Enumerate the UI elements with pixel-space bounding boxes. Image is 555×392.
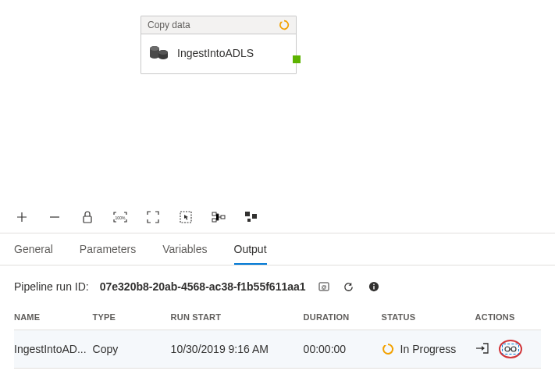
remove-button[interactable] (47, 209, 62, 225)
svg-rect-4 (84, 216, 91, 223)
copy-id-icon[interactable]: @ (317, 280, 331, 294)
svg-point-1 (150, 46, 159, 51)
cell-actions (475, 330, 541, 369)
activity-name: IngestIntoADLS (177, 47, 254, 59)
add-button[interactable] (14, 209, 30, 225)
cell-status: In Progress (382, 330, 475, 369)
activity-header: Copy data (141, 16, 296, 34)
svg-rect-8 (221, 216, 225, 219)
tab-general[interactable]: General (14, 243, 53, 265)
cell-type: Copy (93, 330, 171, 369)
details-highlight-circle (499, 340, 522, 358)
canvas-toolbar: 100% (0, 203, 555, 233)
tab-variables[interactable]: Variables (162, 243, 207, 265)
tab-output[interactable]: Output (234, 243, 267, 265)
svg-point-17 (505, 347, 510, 351)
info-icon[interactable] (367, 280, 381, 294)
svg-text:100%: 100% (116, 216, 126, 220)
zoom-fit-icon[interactable]: 100% (112, 209, 128, 225)
select-icon[interactable] (178, 209, 194, 225)
svg-rect-9 (245, 212, 250, 216)
col-run-start: RUN START (171, 305, 304, 330)
fullscreen-icon[interactable] (145, 209, 161, 225)
cell-run-start: 10/30/2019 9:16 AM (171, 330, 304, 369)
col-type: TYPE (93, 305, 171, 330)
svg-text:@: @ (321, 284, 326, 290)
table-header-row: NAME TYPE RUN START DURATION STATUS ACTI… (14, 305, 541, 330)
input-action-icon[interactable] (475, 343, 489, 356)
svg-rect-10 (252, 214, 257, 219)
svg-rect-11 (247, 219, 251, 222)
run-id-value: 07e320b8-20ab-4568-ac38-f1b55f611aa1 (100, 280, 306, 293)
tab-parameters[interactable]: Parameters (80, 243, 136, 265)
table-row[interactable]: IngestIntoAD... Copy 10/30/2019 9:16 AM … (14, 330, 541, 369)
in-progress-icon (279, 20, 290, 30)
bottom-tabs: General Parameters Variables Output (0, 233, 555, 265)
col-duration: DURATION (304, 305, 382, 330)
lock-icon[interactable] (80, 209, 95, 225)
refresh-icon[interactable] (342, 280, 356, 294)
svg-rect-7 (212, 219, 216, 222)
details-action-icon[interactable] (502, 344, 519, 355)
svg-rect-16 (373, 284, 374, 286)
success-connector[interactable] (293, 55, 301, 63)
auto-align-icon[interactable] (211, 209, 226, 225)
svg-rect-15 (373, 286, 374, 289)
pipeline-canvas[interactable]: Copy data IngestIntoADLS (0, 0, 555, 203)
pipeline-run-line: Pipeline run ID: 07e320b8-20ab-4568-ac38… (0, 265, 555, 305)
cell-duration: 00:00:00 (304, 330, 382, 369)
svg-point-18 (511, 347, 516, 351)
svg-rect-6 (212, 212, 216, 216)
run-id-label: Pipeline run ID: (14, 280, 89, 293)
layout-icon[interactable] (244, 209, 259, 225)
cell-name: IngestIntoAD... (14, 330, 93, 369)
activity-body: IngestIntoADLS (141, 34, 296, 73)
in-progress-icon (382, 343, 394, 355)
activity-node-copy-data[interactable]: Copy data IngestIntoADLS (141, 16, 297, 74)
col-status: STATUS (382, 305, 475, 330)
activity-type-label: Copy data (148, 20, 190, 30)
col-name: NAME (14, 305, 93, 330)
output-table: NAME TYPE RUN START DURATION STATUS ACTI… (14, 305, 541, 369)
col-actions: ACTIONS (475, 305, 541, 330)
svg-point-3 (158, 50, 168, 55)
database-icon (149, 45, 169, 61)
status-text: In Progress (400, 343, 457, 355)
